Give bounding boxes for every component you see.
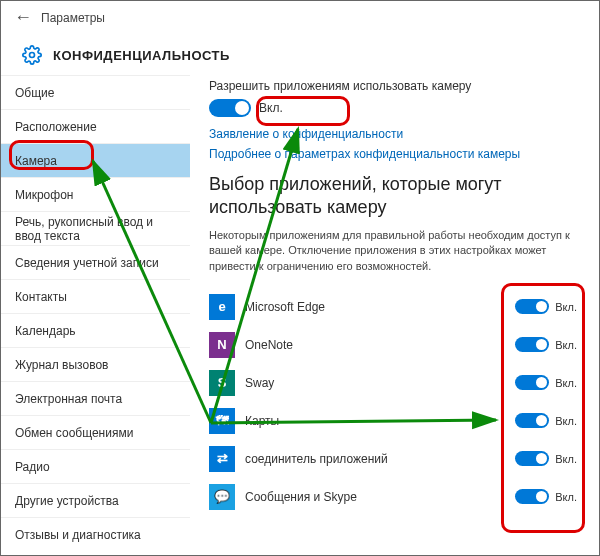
sidebar-item-1[interactable]: Расположение xyxy=(1,109,190,143)
app-toggle[interactable] xyxy=(515,337,549,352)
app-icon: N xyxy=(209,332,235,358)
sidebar-item-label: Сведения учетной записи xyxy=(15,256,159,270)
page-title: КОНФИДЕНЦИАЛЬНОСТЬ xyxy=(53,48,230,63)
sidebar-item-8[interactable]: Журнал вызовов xyxy=(1,347,190,381)
app-toggle[interactable] xyxy=(515,375,549,390)
app-row-2: SSwayВкл. xyxy=(209,364,577,402)
app-toggle-label: Вкл. xyxy=(555,377,577,389)
sidebar-item-12[interactable]: Другие устройства xyxy=(1,483,190,517)
app-toggle-label: Вкл. xyxy=(555,415,577,427)
back-button[interactable]: ← xyxy=(9,4,37,32)
section-description: Некоторым приложениям для правильной раб… xyxy=(209,228,577,274)
sidebar-item-9[interactable]: Электронная почта xyxy=(1,381,190,415)
permission-heading: Разрешить приложениям использовать камер… xyxy=(209,79,577,93)
main-content: Разрешить приложениям использовать камер… xyxy=(191,75,599,555)
sidebar-item-10[interactable]: Обмен сообщениями xyxy=(1,415,190,449)
sidebar-item-label: Обмен сообщениями xyxy=(15,426,133,440)
sidebar-item-label: Отзывы и диагностика xyxy=(15,528,141,542)
sidebar-item-6[interactable]: Контакты xyxy=(1,279,190,313)
learn-more-link[interactable]: Подробнее о параметрах конфиденциальност… xyxy=(209,147,577,161)
app-row-0: eMicrosoft EdgeВкл. xyxy=(209,288,577,326)
gear-icon xyxy=(21,44,43,66)
sidebar-item-label: Расположение xyxy=(15,120,97,134)
privacy-statement-link[interactable]: Заявление о конфиденциальности xyxy=(209,127,577,141)
app-toggle[interactable] xyxy=(515,489,549,504)
sidebar-item-label: Контакты xyxy=(15,290,67,304)
master-toggle-row: Вкл. xyxy=(209,99,577,117)
svg-point-0 xyxy=(30,53,35,58)
master-toggle[interactable] xyxy=(209,99,251,117)
sidebar-item-13[interactable]: Отзывы и диагностика xyxy=(1,517,190,551)
master-toggle-label: Вкл. xyxy=(259,101,283,115)
app-name: Сообщения и Skype xyxy=(245,490,505,504)
app-icon: e xyxy=(209,294,235,320)
sidebar-item-5[interactable]: Сведения учетной записи xyxy=(1,245,190,279)
app-toggle[interactable] xyxy=(515,451,549,466)
sidebar-item-label: Общие xyxy=(15,86,54,100)
app-toggle-label: Вкл. xyxy=(555,453,577,465)
app-toggle[interactable] xyxy=(515,413,549,428)
app-toggle-label: Вкл. xyxy=(555,339,577,351)
sidebar-item-2[interactable]: Камера xyxy=(1,143,190,177)
sidebar-item-label: Электронная почта xyxy=(15,392,122,406)
app-name: Карты xyxy=(245,414,505,428)
app-icon: ⇄ xyxy=(209,446,235,472)
sidebar-item-label: Журнал вызовов xyxy=(15,358,108,372)
sidebar-item-11[interactable]: Радио xyxy=(1,449,190,483)
app-row-1: NOneNoteВкл. xyxy=(209,326,577,364)
app-toggle-label: Вкл. xyxy=(555,491,577,503)
page-header: КОНФИДЕНЦИАЛЬНОСТЬ xyxy=(1,35,599,75)
app-icon: S xyxy=(209,370,235,396)
sidebar-item-3[interactable]: Микрофон xyxy=(1,177,190,211)
app-row-5: 💬Сообщения и SkypeВкл. xyxy=(209,478,577,516)
sidebar-item-label: Микрофон xyxy=(15,188,73,202)
app-name: Sway xyxy=(245,376,505,390)
app-name: OneNote xyxy=(245,338,505,352)
app-row-3: 🗺КартыВкл. xyxy=(209,402,577,440)
section-title: Выбор приложений, которые могут использо… xyxy=(209,173,577,220)
sidebar-item-label: Календарь xyxy=(15,324,76,338)
sidebar: ОбщиеРасположениеКамераМикрофонРечь, рук… xyxy=(1,75,191,555)
window-title: Параметры xyxy=(41,11,105,25)
sidebar-item-label: Речь, рукописный ввод и ввод текста xyxy=(15,215,176,243)
app-toggle-label: Вкл. xyxy=(555,301,577,313)
sidebar-item-label: Радио xyxy=(15,460,50,474)
sidebar-item-label: Другие устройства xyxy=(15,494,119,508)
app-name: соединитель приложений xyxy=(245,452,505,466)
sidebar-item-0[interactable]: Общие xyxy=(1,75,190,109)
app-icon: 🗺 xyxy=(209,408,235,434)
app-toggle[interactable] xyxy=(515,299,549,314)
app-name: Microsoft Edge xyxy=(245,300,505,314)
sidebar-item-4[interactable]: Речь, рукописный ввод и ввод текста xyxy=(1,211,190,245)
sidebar-item-label: Камера xyxy=(15,154,57,168)
app-icon: 💬 xyxy=(209,484,235,510)
app-row-4: ⇄соединитель приложенийВкл. xyxy=(209,440,577,478)
titlebar: ← Параметры xyxy=(1,1,599,35)
sidebar-item-7[interactable]: Календарь xyxy=(1,313,190,347)
